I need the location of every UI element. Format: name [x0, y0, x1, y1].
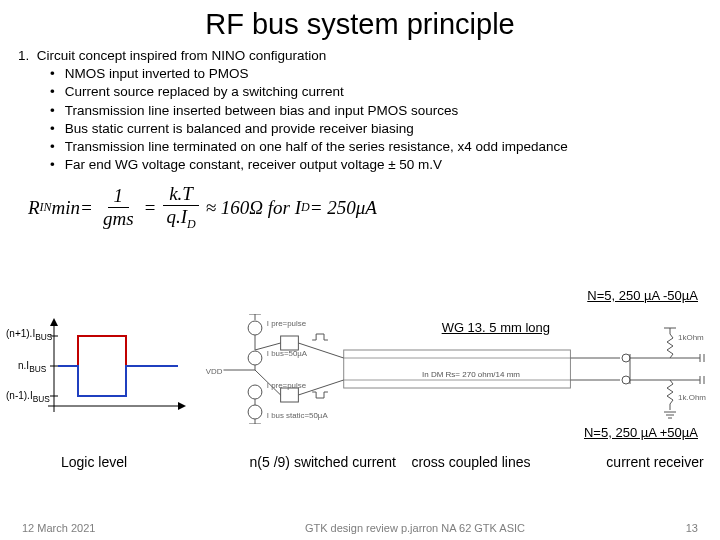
list-item: Bus static current is balanced and provi… — [50, 120, 702, 138]
label-switched: n(5 /9) switched current cross coupled l… — [150, 454, 590, 470]
footer: 12 March 2021 GTK design review p.jarron… — [0, 522, 720, 534]
dm-caption: In DM Rs= 270 ohm/14 mm — [422, 370, 520, 379]
diagram-labels: Logic level n(5 /9) switched current cro… — [0, 454, 720, 470]
svg-point-12 — [248, 351, 262, 365]
current-receiver-schematic: 1kOhm 1k.Ohm — [600, 314, 712, 424]
list-item: Transmission line terminated on one half… — [50, 138, 702, 156]
svg-text:I pre=pulse: I pre=pulse — [267, 381, 307, 390]
logic-level-plot: (n+1).IBUS n.IBUS (n-1).IBUS — [8, 314, 186, 424]
svg-point-23 — [248, 405, 262, 419]
svg-rect-28 — [344, 350, 571, 388]
svg-marker-3 — [178, 402, 186, 410]
svg-point-37 — [622, 354, 630, 362]
annotation-bot: N=5, 250 µA +50µA — [584, 425, 698, 440]
svg-text:VDD: VDD — [206, 367, 223, 376]
footer-page: 13 — [658, 522, 698, 534]
list-item: Far end WG voltage constant, receiver ou… — [50, 156, 702, 174]
list-item: Current source replaced by a switching c… — [50, 83, 702, 101]
svg-text:I bus static=50µA: I bus static=50µA — [267, 411, 329, 420]
label-logic: Logic level — [0, 454, 150, 470]
annotation-top: N=5, 250 µA -50µA — [587, 288, 698, 303]
list-item: Transmission line inserted between bias … — [50, 102, 702, 120]
svg-text:I pre=pulse: I pre=pulse — [267, 319, 307, 328]
concept-list: 1. Circuit concept inspired from NINO co… — [0, 41, 720, 175]
svg-marker-1 — [50, 318, 58, 326]
svg-point-38 — [622, 376, 630, 384]
footer-center: GTK design review p.jarron NA 62 GTK ASI… — [172, 522, 658, 534]
svg-text:1k.Ohm: 1k.Ohm — [678, 393, 706, 402]
list-item: NMOS input inverted to PMOS — [50, 65, 702, 83]
svg-text:1kOhm: 1kOhm — [678, 333, 704, 342]
svg-point-7 — [248, 321, 262, 335]
footer-date: 12 March 2021 — [22, 522, 172, 534]
label-receiver: current receiver — [590, 454, 720, 470]
switched-current-schematic: I pre=pulse I bus=50µA VDD I pre=pulse I… — [186, 314, 600, 424]
svg-rect-17 — [281, 336, 299, 350]
svg-rect-18 — [281, 388, 299, 402]
page-title: RF bus system principle — [0, 0, 720, 41]
diagram-row: (n+1).IBUS n.IBUS (n-1).IBUS I pre=pulse… — [8, 314, 712, 424]
list-top: Circuit concept inspired from NINO confi… — [37, 48, 327, 63]
formula: RIN min = 1gms = k.Tq.ID ≈ 160Ω for ID =… — [28, 185, 720, 231]
svg-point-21 — [248, 385, 262, 399]
